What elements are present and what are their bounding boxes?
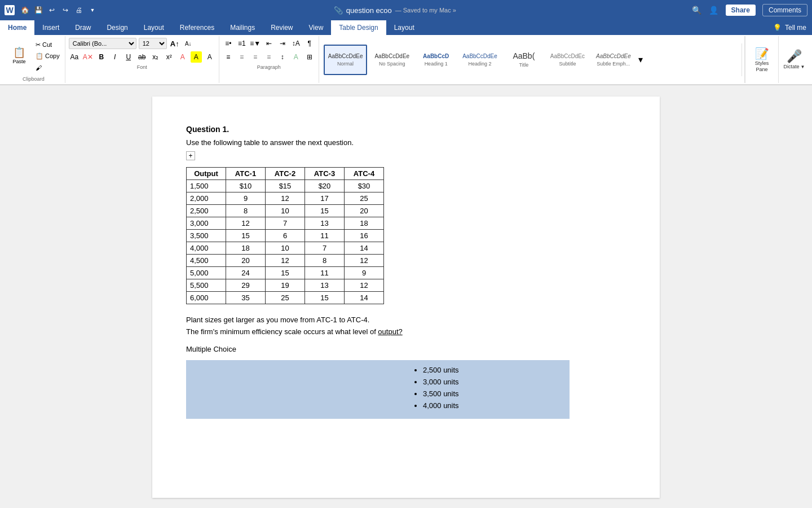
format-painter-button[interactable]: 🖌 [34,63,61,73]
highlight-button[interactable]: A [191,51,202,63]
tab-table-design[interactable]: Table Design [331,20,386,35]
cell-2-3: 15 [305,205,345,217]
ribbon-content: 📋 Paste ✂ Cut 📋 Copy 🖌 Clipboard Calibri… [0,35,812,85]
home-icon[interactable]: 🏠 [19,5,30,16]
share-button[interactable]: Share [726,5,756,16]
decrease-indent-button[interactable]: ⇤ [263,38,275,49]
cell-9-3: 15 [305,292,345,304]
cell-8-0: 5,500 [187,279,226,292]
style-heading2[interactable]: AaBbCcDdEe Heading 2 [458,45,501,75]
style-heading1[interactable]: AaBbCcD Heading 1 [417,45,455,75]
style-title[interactable]: AaBb( Title [505,45,543,75]
tab-review[interactable]: Review [263,20,301,35]
show-marks-button[interactable]: ¶ [304,38,315,49]
tab-references[interactable]: References [172,20,222,35]
doc-saved-status: — Saved to my Mac » [395,7,456,14]
tab-mailings[interactable]: Mailings [222,20,263,35]
style-subtitle[interactable]: AaBbCcDdEc Subtitle [546,45,589,75]
sort-button[interactable]: ↕A [290,38,302,49]
tab-view[interactable]: View [301,20,332,35]
cell-0-3: $20 [305,180,345,192]
redo-icon[interactable]: ↪ [60,5,71,16]
align-left-button[interactable]: ≡ [223,51,234,63]
intro-text: Use the following table to answer the ne… [186,138,626,147]
styles-pane-button[interactable]: 📝 StylesPane [745,36,779,83]
style-subtle-emphasis[interactable]: AaBbCcDdEe Subtle Emph... [592,45,635,75]
italic-button[interactable]: I [109,51,121,63]
tab-home[interactable]: Home [0,20,34,35]
output-link[interactable]: output? [378,327,402,336]
numbering-button[interactable]: ≡1 [236,38,248,49]
cell-2-4: 20 [345,205,384,217]
cell-6-1: 20 [226,255,266,267]
profile-icon[interactable]: 👤 [709,5,719,15]
tab-table-layout[interactable]: Layout [386,20,422,35]
table-add-button[interactable]: + [186,151,195,160]
superscript-button[interactable]: x² [164,51,175,63]
multilevel-button[interactable]: ≡▼ [250,38,261,49]
tab-design[interactable]: Design [99,20,135,35]
cell-8-3: 13 [305,279,345,292]
tab-layout[interactable]: Layout [136,20,172,35]
grow-font-button[interactable]: A↑ [169,38,180,49]
shrink-font-button[interactable]: A↓ [183,38,194,49]
cell-7-4: 9 [345,267,384,279]
cell-2-0: 2,500 [187,205,226,217]
col-atc4: ATC-4 [345,168,384,180]
cut-button[interactable]: ✂ Cut [34,40,61,50]
clear-format-button[interactable]: A✕ [82,51,94,63]
bullets-button[interactable]: ≡• [223,38,234,49]
group-clipboard: 📋 Paste ✂ Cut 📋 Copy 🖌 Clipboard [2,36,65,83]
increase-indent-button[interactable]: ⇥ [277,38,288,49]
paste-button[interactable]: 📋 Paste [6,41,33,72]
undo-icon[interactable]: ↩ [46,5,58,16]
font-color-button[interactable]: A [177,51,188,63]
cell-9-0: 6,000 [187,292,226,304]
style-subtitle-label: Subtitle [559,61,576,67]
tab-insert[interactable]: Insert [34,20,67,35]
cell-6-4: 12 [345,255,384,267]
style-no-spacing[interactable]: AaBbCcDdEe No Spacing [370,45,413,75]
table-row: 5,50029191312 [187,279,384,292]
table-header-row: Output ATC-1 ATC-2 ATC-3 ATC-4 [187,168,384,180]
borders-button[interactable]: ⊞ [304,51,315,63]
change-case-button[interactable]: Aa [69,51,80,63]
underline-button[interactable]: U [123,51,134,63]
bold-button[interactable]: B [96,51,107,63]
customize-icon[interactable]: ▼ [87,5,98,16]
strikethrough-button[interactable]: ab [136,51,148,63]
cell-5-2: 10 [266,242,305,255]
dictate-label: Dictate ▼ [784,64,805,70]
font-size-select[interactable]: 12 [139,38,167,49]
cell-0-4: $30 [345,180,384,192]
choices-list: 2,500 units 3,000 units 3,500 units 4,00… [412,366,558,410]
copy-button[interactable]: 📋 Copy [34,51,61,62]
table-row: 3,5001561116 [187,230,384,242]
doc-title: question ecoo [346,6,392,15]
save-icon[interactable]: 💾 [33,5,44,16]
table-row: 3,0001271318 [187,217,384,230]
text-effect-button[interactable]: A [204,51,215,63]
shading-button[interactable]: A [290,51,302,63]
group-paragraph: ≡• ≡1 ≡▼ ⇤ ⇥ ↕A ¶ ≡ ≡ ≡ ≡ ↕ A ⊞ [219,36,319,83]
paste-icon: 📋 [13,47,25,58]
dictate-button[interactable]: 🎤 Dictate ▼ [779,36,810,83]
comments-button[interactable]: Comments [762,4,807,16]
search-icon[interactable]: 🔍 [692,5,702,15]
style-heading2-preview: AaBbCcDdEe [462,53,497,60]
cell-4-4: 16 [345,230,384,242]
dictate-icon: 🎤 [787,49,802,64]
subscript-button[interactable]: x₂ [150,51,161,63]
justify-button[interactable]: ≡ [263,51,275,63]
styles-more-button[interactable]: ▾ [638,54,643,65]
align-right-button[interactable]: ≡ [250,51,261,63]
style-normal[interactable]: AaBbCcDdEe Normal [324,45,368,75]
doc-page: Question 1. Use the following table to a… [152,97,660,498]
print-icon[interactable]: 🖨 [73,5,85,16]
tell-me[interactable]: Tell me [785,24,806,32]
align-center-button[interactable]: ≡ [236,51,248,63]
choice-4: 4,000 units [423,401,558,410]
font-family-select[interactable]: Calibri (Bo... [69,38,136,49]
tab-draw[interactable]: Draw [67,20,99,35]
line-spacing-button[interactable]: ↕ [277,51,288,63]
